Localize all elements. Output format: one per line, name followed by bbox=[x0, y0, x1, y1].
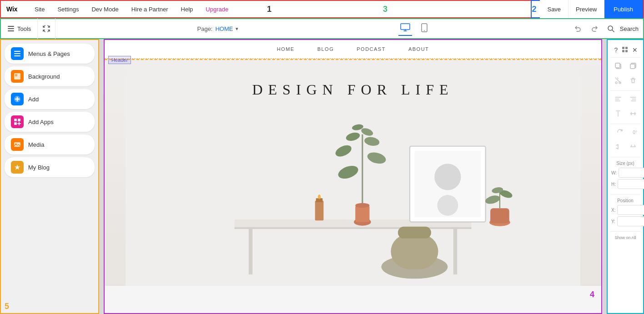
svg-text:Wix: Wix bbox=[6, 5, 18, 13]
svg-rect-58 bbox=[630, 64, 635, 69]
position-title: Position bbox=[611, 198, 639, 203]
menu-item-hire-partner[interactable]: Hire a Partner bbox=[125, 0, 175, 18]
help-icon[interactable]: ? bbox=[611, 45, 621, 55]
sidebar-item-add[interactable]: Add bbox=[5, 89, 95, 109]
svg-rect-51 bbox=[622, 47, 624, 49]
y-row: Y: bbox=[611, 216, 639, 226]
expand-icon bbox=[42, 25, 50, 33]
height-row: H: bbox=[611, 179, 639, 189]
svg-rect-43 bbox=[391, 234, 438, 269]
grid-icon[interactable] bbox=[621, 45, 630, 55]
flip-h-icon[interactable] bbox=[612, 140, 624, 153]
mobile-icon[interactable] bbox=[419, 21, 429, 36]
top-menu-bar: Wix Site Settings Dev Mode Hire a Partne… bbox=[0, 0, 644, 18]
search-label: Search bbox=[620, 25, 639, 32]
menus-pages-label: Menus & Pages bbox=[28, 50, 70, 57]
x-row: X: bbox=[611, 205, 639, 215]
copy-icon[interactable] bbox=[612, 60, 624, 72]
svg-rect-37 bbox=[355, 205, 369, 222]
website-preview[interactable]: Header HOME BLOG PODCAST ABOUT DESIGN FO… bbox=[104, 39, 602, 314]
background-label: Background bbox=[28, 73, 60, 80]
preview-button[interactable]: Preview bbox=[569, 0, 604, 18]
publish-button[interactable]: Publish bbox=[604, 0, 642, 18]
my-blog-icon bbox=[11, 161, 24, 174]
delete-icon[interactable] bbox=[627, 74, 639, 87]
region-label-4: 4 bbox=[590, 290, 594, 299]
tools-label: Tools bbox=[17, 25, 31, 32]
align-right-icon[interactable] bbox=[627, 93, 639, 105]
menu-item-settings[interactable]: Settings bbox=[51, 0, 85, 18]
sidebar-item-my-blog[interactable]: My Blog bbox=[5, 157, 95, 177]
rotate-value: 0° bbox=[633, 130, 637, 135]
menus-pages-icon bbox=[11, 47, 24, 60]
hero-section: DESIGN FOR LIFE bbox=[105, 59, 601, 286]
search-icon-btn[interactable] bbox=[604, 21, 618, 36]
size-section: Size (px) W: H: bbox=[610, 159, 640, 192]
svg-rect-22 bbox=[249, 227, 252, 274]
menu-item-devmode[interactable]: Dev Mode bbox=[85, 0, 125, 18]
page-label: Page: bbox=[197, 25, 213, 32]
rp-row-rotate: 0° bbox=[610, 126, 640, 139]
svg-rect-8 bbox=[14, 51, 20, 52]
svg-point-41 bbox=[318, 194, 321, 199]
sidebar-item-media[interactable]: Media bbox=[5, 135, 95, 155]
y-input[interactable] bbox=[617, 216, 644, 226]
svg-rect-2 bbox=[8, 28, 14, 29]
add-label: Add bbox=[28, 96, 39, 103]
duplicate-icon[interactable] bbox=[627, 60, 639, 72]
rotate-icon[interactable] bbox=[614, 126, 626, 139]
divider-3 bbox=[610, 157, 640, 157]
site-nav: HOME BLOG PODCAST ABOUT bbox=[105, 40, 601, 59]
svg-rect-15 bbox=[18, 119, 20, 121]
sidebar-item-menus-pages[interactable]: Menus & Pages bbox=[5, 44, 95, 64]
page-dropdown-arrow[interactable]: ▾ bbox=[236, 26, 238, 32]
media-label: Media bbox=[28, 141, 44, 148]
width-label: W: bbox=[611, 170, 617, 175]
desktop-icon[interactable] bbox=[398, 21, 412, 36]
page-selector: Page: HOME ▾ bbox=[197, 25, 239, 32]
toolbar-right: Search bbox=[571, 21, 643, 36]
expand-button[interactable] bbox=[38, 18, 55, 39]
width-input[interactable] bbox=[619, 168, 644, 178]
redo-button[interactable] bbox=[587, 21, 602, 36]
svg-point-59 bbox=[615, 82, 617, 84]
menu-item-site[interactable]: Site bbox=[28, 0, 51, 18]
tools-button[interactable]: Tools bbox=[1, 18, 38, 39]
svg-rect-1 bbox=[8, 26, 14, 27]
nav-about[interactable]: ABOUT bbox=[408, 46, 429, 52]
sidebar-item-add-apps[interactable]: Add Apps bbox=[5, 112, 95, 132]
menu-item-help[interactable]: Help bbox=[175, 0, 200, 18]
tools-icon bbox=[7, 25, 15, 32]
sidebar-item-background[interactable]: Background bbox=[5, 66, 95, 86]
x-input[interactable] bbox=[617, 205, 644, 215]
y-label: Y: bbox=[611, 219, 615, 224]
region-label-3: 3 bbox=[383, 5, 387, 14]
cut-icon[interactable] bbox=[612, 74, 624, 87]
close-icon[interactable]: ✕ bbox=[630, 45, 639, 55]
flip-v-icon[interactable] bbox=[627, 140, 639, 153]
svg-rect-4 bbox=[401, 24, 410, 30]
svg-rect-54 bbox=[625, 50, 628, 52]
svg-rect-53 bbox=[622, 50, 624, 52]
page-name[interactable]: HOME bbox=[215, 25, 233, 32]
nav-podcast[interactable]: PODCAST bbox=[357, 46, 386, 52]
svg-rect-17 bbox=[14, 142, 20, 147]
align-left-icon[interactable] bbox=[612, 93, 624, 105]
menu-item-upgrade[interactable]: Upgrade bbox=[199, 0, 235, 18]
align-top-icon[interactable] bbox=[612, 107, 624, 120]
divider-2 bbox=[610, 124, 640, 124]
svg-point-38 bbox=[355, 203, 369, 208]
save-button[interactable]: Save bbox=[540, 0, 569, 18]
distribute-icon[interactable] bbox=[627, 107, 639, 120]
region-label-1: 1 bbox=[267, 5, 272, 14]
svg-rect-16 bbox=[14, 122, 17, 125]
nav-home[interactable]: HOME bbox=[277, 46, 295, 52]
nav-blog[interactable]: BLOG bbox=[317, 46, 334, 52]
undo-button[interactable] bbox=[571, 21, 585, 36]
top-menu-items: Site Settings Dev Mode Hire a Partner He… bbox=[28, 0, 235, 18]
svg-rect-21 bbox=[235, 227, 472, 229]
right-panel-header: ? ✕ bbox=[610, 43, 640, 58]
show-on-all-button[interactable]: Show on All bbox=[610, 234, 640, 242]
height-input[interactable] bbox=[618, 179, 644, 189]
divider-4 bbox=[610, 194, 640, 194]
